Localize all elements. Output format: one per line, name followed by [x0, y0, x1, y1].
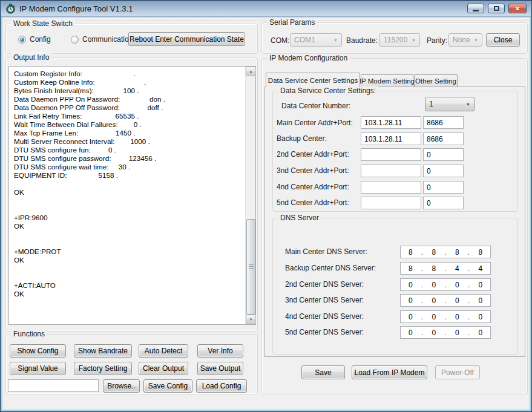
backup-dns-input[interactable]: 8.8.4.4 [400, 262, 491, 275]
backup-center-port-input[interactable] [423, 132, 464, 145]
parity-label: Parity: [427, 36, 447, 45]
octet: 0 [401, 281, 421, 289]
serial-params-group-label: Serial Params [267, 18, 317, 27]
output-info-group: Output Info Custom Register Info: . Cust… [5, 57, 258, 332]
dns2-input[interactable]: 0.0.0.0 [400, 278, 491, 291]
scroll-up-icon: ▲ [249, 70, 253, 73]
center3-port-input[interactable] [423, 165, 464, 177]
top-divider [4, 21, 528, 21]
save-output-button[interactable]: Save Output [197, 362, 243, 375]
octet: 0 [471, 296, 491, 305]
dns3-label: 3nd Center DNS Server: [285, 296, 364, 304]
work-state-group: Work State Switch Config Communication R… [5, 24, 258, 54]
scroll-down-button[interactable]: ▼ [246, 315, 256, 324]
output-scrollbar[interactable]: ▲ ▼ [245, 67, 255, 324]
serial-close-button[interactable]: Close [486, 33, 520, 47]
serial-params-group: Serial Params COM: COM1 ▼ Baudrate: 1152… [261, 22, 528, 54]
load-from-ip-modem-button[interactable]: Load From IP Modem [352, 365, 427, 379]
scrollbar-thumb[interactable] [246, 219, 255, 315]
com-select[interactable]: COM1 ▼ [290, 33, 342, 47]
main-center-port-input[interactable] [423, 116, 464, 129]
octet: 8 [401, 264, 421, 273]
dns3-input[interactable]: 0.0.0.0 [400, 294, 491, 307]
app-window: IP Modem Configure Tool V1.3.1 ✕ Work St… [0, 0, 532, 412]
octet: 4 [471, 264, 491, 273]
octet: 8 [471, 248, 491, 257]
radio-config[interactable]: Config [18, 35, 51, 44]
parity-select[interactable]: None ▼ [448, 33, 482, 47]
radio-communication[interactable]: Communication [71, 35, 133, 44]
octet: 0 [424, 329, 444, 337]
center2-port-input[interactable] [423, 148, 464, 161]
tab-data-service-center-settings[interactable]: Data Service Center Settings [266, 73, 360, 87]
close-window-button[interactable]: ✕ [508, 4, 527, 13]
dns5-label: 5nd Center DNS Server: [285, 328, 364, 336]
show-config-button[interactable]: Show Config [10, 344, 66, 358]
clear-output-button[interactable]: Clear Output [139, 362, 188, 375]
factory-setting-button[interactable]: Factory Setting [74, 362, 132, 375]
config-file-path-input[interactable] [8, 379, 99, 392]
backup-center-label: Backup Center: [277, 134, 327, 143]
save-button[interactable]: Save [301, 365, 345, 379]
data-service-group: Data Service Center Settings: Data Cente… [272, 91, 518, 212]
center5-addr-input[interactable] [361, 197, 421, 209]
octet: 0 [401, 329, 421, 337]
functions-group-label: Functions [11, 330, 47, 339]
octet: 0 [447, 296, 467, 305]
center4-label: 4nd Center Addr+Port: [277, 183, 349, 191]
scroll-down-icon: ▼ [249, 318, 253, 321]
data-center-number-select[interactable]: 1 ▼ [425, 97, 475, 111]
tab-panel: Data Service Center Settings: Data Cente… [264, 87, 525, 357]
signal-value-button[interactable]: Signal Value [10, 362, 66, 375]
octet: 8 [401, 248, 421, 257]
show-bandrate-button[interactable]: Show Bandrate [74, 344, 132, 358]
octet: 0 [471, 313, 491, 321]
ver-info-button[interactable]: Ver Info [197, 344, 243, 358]
data-center-number-label: Data Center Number: [281, 102, 350, 110]
radio-config-icon [18, 36, 26, 44]
center3-addr-input[interactable] [361, 165, 421, 177]
main-center-label: Main Center Addr+Port: [277, 119, 353, 127]
center5-port-input[interactable] [423, 197, 464, 209]
parity-value: None [453, 36, 470, 44]
dns4-input[interactable]: 0.0.0.0 [400, 310, 491, 323]
main-center-addr-input[interactable] [361, 116, 421, 129]
baudrate-value: 115200 [384, 36, 407, 44]
baudrate-label: Baudrate: [346, 36, 378, 45]
dns2-label: 2nd Center DNS Server: [285, 280, 364, 289]
maximize-button[interactable] [488, 4, 505, 13]
dns5-input[interactable]: 0.0.0.0 [400, 326, 491, 339]
octet: 0 [424, 281, 444, 289]
reboot-communication-button[interactable]: Reboot Enter Communication State [128, 32, 245, 46]
center3-label: 3nd Center Addr+Port: [277, 166, 349, 175]
load-config-button[interactable]: Load Config [196, 379, 247, 393]
app-icon[interactable] [5, 4, 16, 14]
scroll-up-button[interactable]: ▲ [246, 67, 256, 76]
functions-group: Functions Show Config Show Bandrate Auto… [5, 334, 258, 394]
minimize-button[interactable] [467, 4, 484, 13]
scrollbar-grip-icon [249, 264, 254, 269]
backup-center-addr-input[interactable] [361, 132, 421, 145]
close-icon: ✕ [515, 5, 520, 12]
ip-modem-config-group: IP Modem Configuration Data Service Cent… [261, 58, 528, 395]
center4-addr-input[interactable] [361, 181, 421, 194]
center2-addr-input[interactable] [361, 148, 421, 161]
browse-button[interactable]: Browse.. [103, 379, 140, 393]
main-dns-input[interactable]: 8.8.8.8 [400, 246, 491, 258]
save-config-button[interactable]: Save Config [143, 379, 192, 393]
baudrate-select[interactable]: 115200 ▼ [379, 33, 420, 47]
center4-port-input[interactable] [423, 181, 464, 194]
octet: 0 [447, 313, 467, 321]
titlebar[interactable]: IP Modem Configure Tool V1.3.1 ✕ [1, 1, 531, 17]
tab-other-setting[interactable]: Other Setting [414, 74, 458, 87]
output-textarea[interactable]: Custom Register Info: . Custom Keep Onli… [8, 66, 256, 325]
auto-detect-button[interactable]: Auto Detect [139, 344, 188, 358]
power-off-button[interactable]: Power-Off [435, 365, 480, 379]
baudrate-dropdown-icon: ▼ [412, 38, 419, 42]
octet: 8 [424, 264, 444, 273]
output-text: Custom Register Info: . Custom Keep Onli… [9, 67, 244, 324]
dns-server-group-label: DNS Server [278, 214, 321, 223]
tab-ip-modem-setting[interactable]: IP Modem Setting [361, 74, 413, 87]
octet: 0 [401, 296, 421, 305]
octet: 0 [424, 296, 444, 305]
